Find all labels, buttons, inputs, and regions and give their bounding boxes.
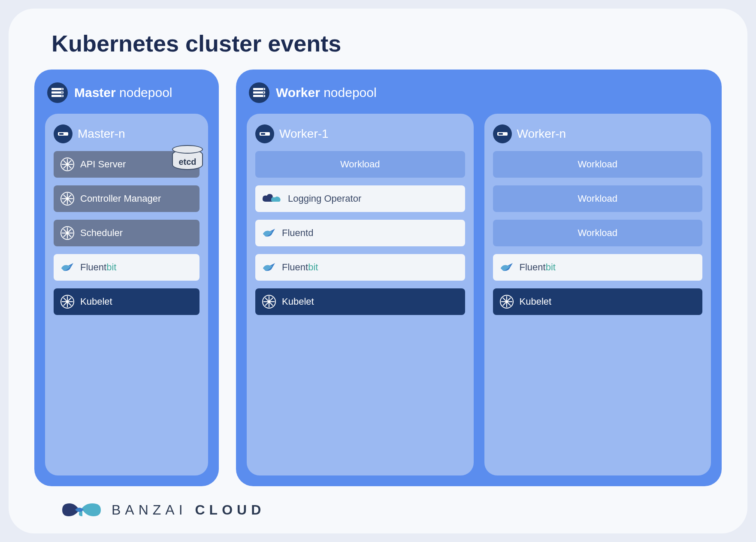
workload-label: Workload: [578, 227, 617, 239]
worker-nodepool: Worker nodepool Worker-1 Workload: [236, 70, 722, 486]
kubernetes-icon: [60, 294, 75, 309]
workload-label: Workload: [340, 159, 380, 170]
fluentbit-bird-icon: [499, 260, 514, 275]
pools-row: Master nodepool Master-n API Server: [34, 70, 722, 486]
kubelet-item: Kubelet: [255, 288, 465, 315]
master-node-header: Master-n: [54, 124, 200, 143]
banzai-cloud-logo-icon: [60, 499, 103, 521]
fluentbit-item: Fluentbit: [493, 254, 703, 281]
workload-label: Workload: [578, 193, 617, 204]
logging-operator-label: Logging Operator: [288, 193, 361, 204]
node-icon: [54, 124, 73, 143]
fluentbit-item: Fluentbit: [54, 254, 200, 281]
fluentd-item: Fluentd: [255, 220, 465, 246]
footer-brand: BANZAI CLOUD: [60, 499, 722, 521]
etcd-icon: etcd: [172, 145, 203, 171]
worker-nodes: Worker-1 Workload Logging Operator: [247, 114, 711, 475]
workload-item: Workload: [493, 151, 703, 178]
kubernetes-icon: [60, 191, 75, 206]
worker-pool-header: Worker nodepool: [247, 82, 711, 103]
worker-1-header: Worker-1: [255, 124, 465, 143]
fluentd-bird-icon: [261, 225, 277, 241]
master-pool-title: Master nodepool: [74, 85, 172, 100]
workload-item: Workload: [493, 185, 703, 212]
kubelet-label: Kubelet: [520, 296, 552, 307]
api-server-item: API Server etcd: [54, 151, 200, 178]
worker-n-header: Worker-n: [493, 124, 703, 143]
master-nodepool: Master nodepool Master-n API Server: [34, 70, 219, 486]
controller-manager-label: Controller Manager: [80, 193, 161, 204]
logging-operator-item: Logging Operator: [255, 185, 465, 212]
worker-n-node: Worker-n Workload Workload Workload: [484, 114, 711, 475]
kubelet-item: Kubelet: [493, 288, 703, 315]
scheduler-item: Scheduler: [54, 220, 200, 246]
kubernetes-icon: [60, 225, 75, 241]
controller-manager-item: Controller Manager: [54, 185, 200, 212]
kubelet-label: Kubelet: [282, 296, 314, 307]
master-pool-header: Master nodepool: [45, 82, 208, 103]
worker-n-name: Worker-n: [517, 127, 566, 141]
etcd-label: etcd: [172, 157, 203, 167]
server-stack-icon: [47, 82, 68, 103]
kubelet-label: Kubelet: [80, 296, 112, 307]
fluentd-label: Fluentd: [282, 227, 313, 239]
fluentbit-bird-icon: [261, 260, 277, 275]
footer-brand-text: BANZAI CLOUD: [112, 502, 265, 518]
kubernetes-icon: [60, 157, 75, 172]
worker-1-name: Worker-1: [279, 127, 329, 141]
diagram-canvas: Kubernetes cluster events Master nodepoo…: [9, 9, 747, 533]
master-node-name: Master-n: [78, 127, 125, 141]
scheduler-label: Scheduler: [80, 227, 123, 239]
workload-label: Workload: [578, 159, 617, 170]
banzai-cloud-icon: [261, 192, 283, 205]
workload-item: Workload: [493, 220, 703, 246]
fluentbit-bird-icon: [60, 260, 75, 275]
master-nodes: Master-n API Server etcd: [45, 114, 208, 475]
node-icon: [493, 124, 512, 143]
server-stack-icon: [249, 82, 269, 103]
worker-pool-title: Worker nodepool: [276, 85, 377, 100]
node-icon: [255, 124, 274, 143]
kubernetes-icon: [499, 294, 514, 309]
worker-1-node: Worker-1 Workload Logging Operator: [247, 114, 474, 475]
fluentbit-label: Fluentbit: [520, 262, 556, 273]
kubelet-item: Kubelet: [54, 288, 200, 315]
api-server-label: API Server: [80, 159, 126, 170]
kubernetes-icon: [261, 294, 277, 309]
fluentbit-label: Fluentbit: [80, 262, 116, 273]
fluentbit-label: Fluentbit: [282, 262, 318, 273]
diagram-title: Kubernetes cluster events: [51, 30, 722, 57]
master-node: Master-n API Server etcd: [45, 114, 208, 475]
fluentbit-item: Fluentbit: [255, 254, 465, 281]
workload-item: Workload: [255, 151, 465, 178]
